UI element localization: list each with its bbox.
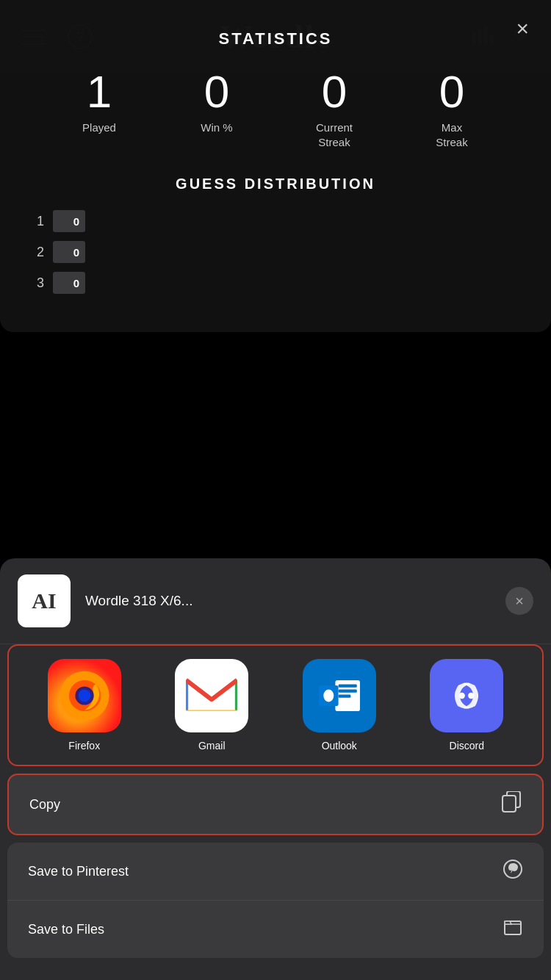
dist-val-1: 0: [73, 215, 79, 228]
dist-num-2: 2: [29, 245, 44, 260]
app-firefox[interactable]: Firefox: [29, 659, 140, 752]
firefox-icon: [48, 659, 121, 732]
copy-button[interactable]: Copy: [7, 774, 544, 835]
normal-actions: Save to Pinterest Save to Files: [7, 843, 544, 958]
modal-title: STATISTICS: [29, 29, 522, 48]
share-preview-text: Wordle 318 X/6...: [85, 593, 491, 609]
dist-row-1: 1 0: [29, 210, 522, 232]
svg-rect-13: [338, 695, 350, 698]
firefox-label: Firefox: [68, 740, 100, 752]
share-close-button[interactable]: ×: [505, 587, 533, 615]
app-gmail[interactable]: Gmail: [156, 659, 267, 752]
discord-label: Discord: [450, 740, 484, 752]
pinterest-icon: [503, 859, 523, 884]
stat-played-label: Played: [82, 120, 116, 135]
dist-bar-1: 0: [53, 210, 85, 232]
dist-val-2: 0: [73, 246, 79, 259]
gmail-icon: [175, 659, 248, 732]
gmail-label: Gmail: [198, 740, 226, 752]
dist-num-3: 3: [29, 275, 44, 291]
files-icon: [503, 917, 523, 942]
modal-close-button[interactable]: ×: [516, 16, 529, 41]
svg-point-17: [459, 693, 465, 699]
files-label: Save to Files: [28, 922, 104, 937]
svg-point-18: [468, 693, 474, 699]
dist-row-2: 2 0: [29, 241, 522, 263]
share-sheet: AI Wordle 318 X/6... × Firefox: [0, 558, 551, 980]
stats-row: 1 Played 0 Win % 0 CurrentStreak 0 MaxSt…: [29, 69, 522, 149]
copy-label: Copy: [29, 797, 60, 813]
stat-max-streak-label: MaxStreak: [436, 120, 467, 149]
svg-rect-11: [338, 685, 356, 688]
stat-current-streak: 0 CurrentStreak: [276, 69, 393, 149]
stat-win-pct-label: Win %: [201, 120, 232, 135]
svg-point-15: [323, 690, 334, 702]
app-discord[interactable]: Discord: [411, 659, 522, 752]
svg-point-7: [78, 690, 90, 702]
dist-bar-2: 0: [53, 241, 85, 263]
dist-row-3: 3 0: [29, 272, 522, 294]
svg-rect-12: [338, 690, 356, 693]
stat-current-streak-value: 0: [322, 69, 347, 115]
app-icons-row: Firefox Gmail: [21, 659, 530, 752]
pinterest-label: Save to Pinterest: [28, 864, 129, 879]
stat-max-streak: 0 MaxStreak: [393, 69, 511, 149]
svg-rect-16: [441, 670, 492, 721]
outlook-label: Outlook: [322, 740, 357, 752]
stat-current-streak-label: CurrentStreak: [316, 120, 353, 149]
statistics-modal: × STATISTICS 1 Played 0 Win % 0 CurrentS…: [0, 0, 551, 332]
dist-val-3: 0: [73, 277, 79, 289]
dist-bar-3: 0: [53, 272, 85, 294]
copy-icon: [501, 791, 522, 818]
save-to-pinterest-button[interactable]: Save to Pinterest: [7, 843, 544, 901]
share-preview-icon: AI: [18, 574, 71, 627]
app-row-wrapper: Firefox Gmail: [7, 644, 544, 766]
stat-max-streak-value: 0: [439, 69, 464, 115]
outlook-icon: [303, 659, 376, 732]
dist-num-1: 1: [29, 214, 44, 229]
save-to-files-button[interactable]: Save to Files: [7, 901, 544, 958]
svg-rect-20: [503, 796, 516, 812]
distribution-title: GUESS DISTRIBUTION: [29, 176, 522, 192]
discord-icon: [430, 659, 503, 732]
stat-played: 1 Played: [40, 69, 158, 149]
stat-win-pct: 0 Win %: [158, 69, 276, 149]
share-preview: AI Wordle 318 X/6... ×: [0, 558, 551, 644]
stat-played-value: 1: [87, 69, 112, 115]
app-outlook[interactable]: Outlook: [284, 659, 395, 752]
stat-win-pct-value: 0: [204, 69, 229, 115]
